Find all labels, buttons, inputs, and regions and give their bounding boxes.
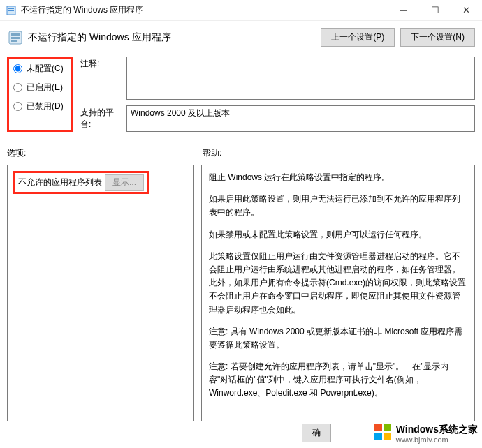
svg-rect-4 [11,33,20,36]
help-paragraph: 注意: 若要创建允许的应用程序列表，请单击"显示"。 在"显示内容"对话框的"值… [209,360,467,401]
radio-disabled-input[interactable] [13,102,22,111]
policy-icon [6,5,17,16]
svg-rect-9 [374,433,382,440]
maximize-button[interactable]: ☐ [419,0,451,21]
supported-platforms-box: Windows 2000 及以上版本 [126,105,475,132]
svg-rect-7 [374,424,382,431]
watermark-tagline: 系统之家 [439,424,478,435]
svg-rect-8 [384,424,391,431]
ok-button[interactable]: 确 [302,424,331,442]
svg-rect-10 [384,433,391,440]
comment-input[interactable] [126,57,475,100]
close-button[interactable]: ✕ [451,0,482,21]
radio-not-configured-label: 未配置(C) [27,63,64,75]
radio-not-configured[interactable]: 未配置(C) [13,63,64,75]
window-title: 不运行指定的 Windows 应用程序 [21,4,388,16]
previous-setting-button[interactable]: 上一个设置(P) [321,28,395,47]
help-paragraph: 阻止 Windows 运行在此策略设置中指定的程序。 [209,171,467,184]
help-paragraph: 此策略设置仅阻止用户运行由文件资源管理器进程启动的程序。它不会阻止用户运行由系统… [209,250,467,317]
svg-rect-2 [8,10,14,11]
header-title: 不运行指定的 Windows 应用程序 [28,31,321,44]
comment-label: 注释: [80,57,122,70]
disallowed-list-row: 不允许的应用程序列表 显示... [13,171,149,194]
help-label: 帮助: [203,147,221,159]
policy-header-icon [7,29,24,46]
help-paragraph: 注意: 具有 Windows 2000 或更新版本证书的非 Microsoft … [209,325,467,352]
header-row: 不运行指定的 Windows 应用程序 上一个设置(P) 下一个设置(N) [0,21,482,51]
watermark: Windows系统之家 www.bjmlv.com [374,423,478,445]
help-paragraph: 如果启用此策略设置，则用户无法运行已添加到不允许的应用程序列表中的程序。 [209,193,467,219]
radio-enabled-label: 已启用(E) [27,82,63,94]
minimize-button[interactable]: ─ [388,0,419,21]
help-panel[interactable]: 阻止 Windows 运行在此策略设置中指定的程序。 如果启用此策略设置，则用户… [201,165,475,421]
options-label: 选项: [7,147,203,159]
supported-label: 支持的平台: [80,105,122,130]
window-controls: ─ ☐ ✕ [388,0,482,21]
titlebar: 不运行指定的 Windows 应用程序 ─ ☐ ✕ [0,0,482,21]
svg-rect-6 [11,40,17,42]
disallowed-list-label: 不允许的应用程序列表 [18,177,102,188]
watermark-brand: Windows [396,424,439,435]
radio-enabled-input[interactable] [13,83,22,92]
radio-disabled[interactable]: 已禁用(D) [13,100,64,112]
radio-disabled-label: 已禁用(D) [27,100,64,112]
help-paragraph: 如果禁用或未配置此策略设置，则用户可以运行任何程序。 [209,228,467,241]
radio-enabled[interactable]: 已启用(E) [13,82,64,94]
svg-rect-5 [11,37,20,39]
show-button[interactable]: 显示... [105,174,144,191]
svg-rect-1 [8,8,14,9]
next-setting-button[interactable]: 下一个设置(N) [400,28,475,47]
windows-logo-icon [374,423,392,445]
state-radio-group: 未配置(C) 已启用(E) 已禁用(D) [7,57,73,132]
watermark-url: www.bjmlv.com [396,435,478,445]
radio-not-configured-input[interactable] [13,64,22,73]
options-panel: 不允许的应用程序列表 显示... [7,165,194,421]
top-section: 未配置(C) 已启用(E) 已禁用(D) 注释: 支持的平台: Windows … [0,51,482,135]
